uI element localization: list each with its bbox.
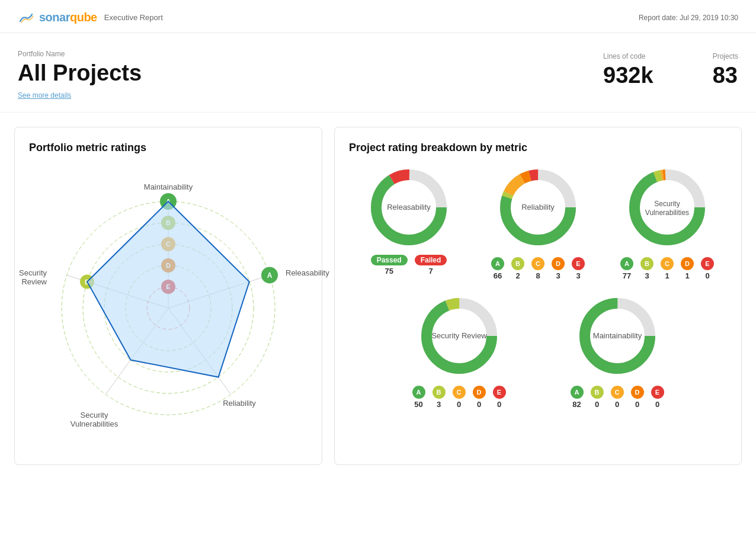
grade-c-item: C 8 <box>531 257 544 280</box>
radar-chart: A A B B C D E Main <box>38 172 299 444</box>
svg-text:Releasability: Releasability <box>387 203 431 212</box>
grade-a-badge: A <box>491 257 504 270</box>
svg-text:Security Review: Security Review <box>431 331 487 340</box>
top-donuts-row: Releasability Passed 75 Failed 7 <box>349 166 727 280</box>
releasability-legend: Passed 75 Failed 7 <box>371 255 447 275</box>
passed-item: Passed 75 <box>371 255 408 275</box>
svg-text:A: A <box>267 271 273 280</box>
project-rating-breakdown-card: Project rating breakdown by metric Relea… <box>334 127 742 465</box>
sonarqube-logo-icon <box>18 12 34 24</box>
sec-rev-grade-d-badge: D <box>473 386 486 399</box>
failed-count: 7 <box>428 267 433 275</box>
grade-e-count: 3 <box>576 271 580 280</box>
sec-vuln-grade-e-badge: E <box>701 257 714 270</box>
projects-value: 83 <box>713 63 738 88</box>
grade-c-badge: C <box>531 257 544 270</box>
security-review-chart: Security Review <box>418 294 501 377</box>
grade-d-count: 3 <box>556 271 560 280</box>
failed-badge: Failed <box>415 255 447 265</box>
grade-a-item: A 66 <box>491 257 504 280</box>
releasability-chart: Releasability <box>367 166 450 249</box>
security-vulnerabilities-donut: Security Vulnerabilities A 77 B 3 C <box>607 166 727 280</box>
svg-text:Security: Security <box>81 411 108 419</box>
svg-text:Maintainability: Maintainability <box>144 182 193 191</box>
bottom-donuts-row: Security Review A 50 B 3 C 0 <box>349 294 727 409</box>
projects-label: Projects <box>713 52 738 60</box>
lines-of-code-stat: Lines of code 932k <box>603 52 654 88</box>
maint-grade-d-badge: D <box>631 386 644 399</box>
svg-text:Reliability: Reliability <box>223 399 256 408</box>
reliability-legend: A 66 B 2 C 8 D 3 <box>491 257 585 280</box>
grade-e-badge: E <box>572 257 585 270</box>
header: sonarqube Executive Report Report date: … <box>0 0 756 33</box>
svg-text:Security: Security <box>654 200 680 208</box>
maintainability-legend: A 82 B 0 C 0 D 0 <box>571 386 664 409</box>
maint-grade-c-badge: C <box>611 386 624 399</box>
passed-count: 75 <box>385 267 393 275</box>
see-more-link[interactable]: See more details <box>18 91 71 100</box>
grade-e-item: E 3 <box>572 257 585 280</box>
reliability-donut: Reliability A 66 B 2 C 8 <box>478 166 598 280</box>
portfolio-title: All Projects <box>18 60 142 86</box>
maintainability-donut: Maintainability A 82 B 0 C 0 <box>543 294 691 409</box>
grade-b-badge: B <box>511 257 524 270</box>
grade-b-count: 2 <box>515 271 520 280</box>
sec-rev-grade-b-badge: B <box>433 386 446 399</box>
svg-text:Security: Security <box>19 268 47 277</box>
security-vuln-legend: A 77 B 3 C 1 D 1 <box>620 257 714 280</box>
report-date: Report date: Jul 29, 2019 10:30 <box>639 14 738 22</box>
grade-a-count: 66 <box>494 271 502 280</box>
security-review-legend: A 50 B 3 C 0 D 0 <box>412 386 506 409</box>
grade-c-count: 8 <box>536 271 540 280</box>
security-vulnerabilities-chart: Security Vulnerabilities <box>626 166 709 249</box>
portfolio-label: Portfolio Name <box>18 50 142 58</box>
breakdown-title: Project rating breakdown by metric <box>349 142 727 154</box>
logo: sonarqube Executive Report <box>18 11 163 24</box>
report-type-label: Executive Report <box>104 13 163 22</box>
svg-text:Vulnerabilities: Vulnerabilities <box>645 209 689 217</box>
sec-vuln-grade-a-badge: A <box>620 257 633 270</box>
maintainability-chart: Maintainability <box>576 294 659 377</box>
lines-of-code-value: 932k <box>603 63 654 88</box>
passed-badge: Passed <box>371 255 408 265</box>
sec-vuln-grade-c-badge: C <box>661 257 674 270</box>
grade-b-item: B 2 <box>511 257 524 280</box>
sec-vuln-grade-b-badge: B <box>640 257 654 270</box>
projects-stat: Projects 83 <box>713 52 738 88</box>
radar-container: A A B B C D E Main <box>29 166 307 450</box>
logo-text: sonarqube <box>39 11 97 24</box>
releasability-donut: Releasability Passed 75 Failed 7 <box>349 166 469 280</box>
portfolio-section: Portfolio Name All Projects See more det… <box>0 33 756 113</box>
grade-d-item: D 3 <box>552 257 565 280</box>
sec-rev-grade-e-badge: E <box>493 386 506 399</box>
failed-item: Failed 7 <box>415 255 447 275</box>
svg-text:Releasability: Releasability <box>286 268 329 277</box>
lines-of-code-label: Lines of code <box>603 52 654 60</box>
svg-text:Reliability: Reliability <box>521 203 555 212</box>
svg-text:Review: Review <box>21 277 47 286</box>
security-review-donut: Security Review A 50 B 3 C 0 <box>385 294 533 409</box>
maint-grade-b-badge: B <box>591 386 604 399</box>
sec-rev-grade-c-badge: C <box>453 386 466 399</box>
portfolio-stats: Lines of code 932k Projects 83 <box>603 50 738 88</box>
svg-text:Maintainability: Maintainability <box>592 331 642 340</box>
grade-d-badge: D <box>552 257 565 270</box>
svg-marker-24 <box>87 201 249 377</box>
sec-vuln-grade-d-badge: D <box>681 257 694 270</box>
sec-rev-grade-a-badge: A <box>412 386 425 399</box>
reliability-chart: Reliability <box>496 166 579 249</box>
portfolio-metric-ratings-card: Portfolio metric ratings <box>14 127 322 465</box>
portfolio-info: Portfolio Name All Projects See more det… <box>18 50 142 100</box>
main-content: Portfolio metric ratings <box>0 113 756 479</box>
maint-grade-a-badge: A <box>571 386 584 399</box>
radar-card-title: Portfolio metric ratings <box>29 142 307 154</box>
svg-text:Vulnerabilities: Vulnerabilities <box>71 419 118 428</box>
maint-grade-e-badge: E <box>651 386 664 399</box>
